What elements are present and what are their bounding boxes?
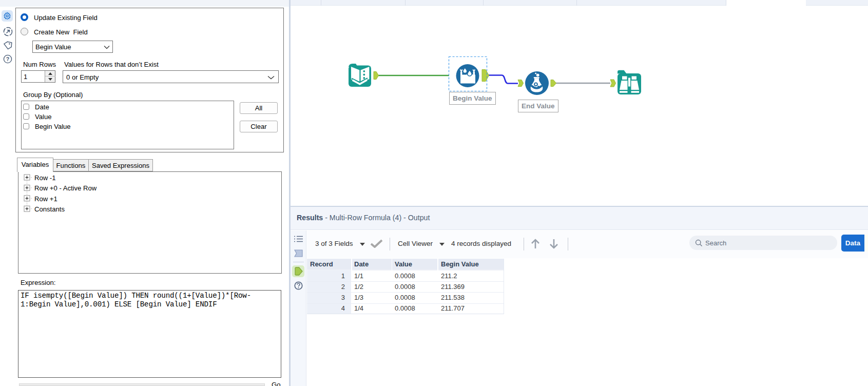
svg-text:?: ? xyxy=(6,56,9,62)
